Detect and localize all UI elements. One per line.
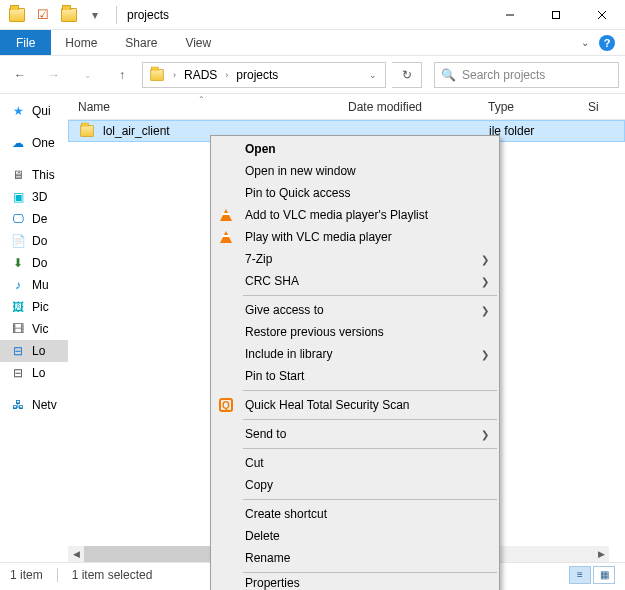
quickheal-icon: Q	[217, 396, 235, 414]
chevron-right-icon: ❯	[481, 305, 489, 316]
disk-icon: ⊟	[10, 343, 26, 359]
context-menu-item[interactable]: 7-Zip❯	[211, 248, 499, 270]
properties-qat-icon[interactable]: ☑	[32, 4, 54, 26]
title-bar: ☑ ▾ projects	[0, 0, 625, 30]
scroll-right-icon[interactable]: ▶	[593, 546, 609, 562]
details-view-button[interactable]: ≡	[569, 566, 591, 584]
context-menu-item[interactable]: Copy	[211, 474, 499, 496]
folder-qat-icon[interactable]	[58, 4, 80, 26]
selection-count: 1 item selected	[72, 568, 153, 582]
chevron-right-icon: ❯	[481, 349, 489, 360]
sidebar-item-local-disk[interactable]: ⊟Lo	[0, 362, 68, 384]
thumbnails-view-button[interactable]: ▦	[593, 566, 615, 584]
sidebar-item-quick-access[interactable]: ★Qui	[0, 100, 68, 122]
picture-icon: 🖼	[10, 299, 26, 315]
context-menu-item[interactable]: Open	[211, 138, 499, 160]
window-controls	[487, 0, 625, 30]
chevron-right-icon: ❯	[481, 254, 489, 265]
context-menu-item[interactable]: Restore previous versions	[211, 321, 499, 343]
search-input[interactable]: 🔍 Search projects	[434, 62, 619, 88]
context-menu-item[interactable]: Rename	[211, 547, 499, 569]
vlc-icon	[217, 206, 235, 224]
ribbon-tabs: File Home Share View ⌄ ?	[0, 30, 625, 56]
svg-rect-1	[553, 11, 560, 18]
window-title: projects	[121, 8, 169, 22]
tab-home[interactable]: Home	[51, 30, 111, 55]
close-button[interactable]	[579, 0, 625, 30]
file-tab[interactable]: File	[0, 30, 51, 55]
chevron-right-icon: ❯	[481, 429, 489, 440]
context-menu-item[interactable]: Send to❯	[211, 423, 499, 445]
maximize-button[interactable]	[533, 0, 579, 30]
scroll-left-icon[interactable]: ◀	[68, 546, 84, 562]
context-menu-item[interactable]: Pin to Start	[211, 365, 499, 387]
disk-icon: ⊟	[10, 365, 26, 381]
sidebar-item-onedrive[interactable]: ☁One	[0, 132, 68, 154]
sidebar-item-3d[interactable]: ▣3D	[0, 186, 68, 208]
folder-icon	[6, 4, 28, 26]
chevron-right-icon[interactable]: ›	[171, 70, 178, 80]
context-menu-item[interactable]: Delete	[211, 525, 499, 547]
cube-icon: ▣	[10, 189, 26, 205]
desktop-icon: 🖵	[10, 211, 26, 227]
ribbon-expand-icon[interactable]: ⌄	[581, 37, 589, 48]
recent-locations-button[interactable]: ⌄	[74, 61, 102, 89]
pc-icon: 🖥	[10, 167, 26, 183]
context-menu-item[interactable]: Open in new window	[211, 160, 499, 182]
context-menu-item[interactable]: Play with VLC media player	[211, 226, 499, 248]
context-menu-item[interactable]: Give access to❯	[211, 299, 499, 321]
sidebar-item-desktop[interactable]: 🖵De	[0, 208, 68, 230]
menu-separator	[243, 572, 497, 573]
item-count: 1 item	[10, 568, 43, 582]
sidebar-item-network[interactable]: 🖧Netv	[0, 394, 68, 416]
quick-access-toolbar: ☑ ▾	[0, 4, 112, 26]
up-button[interactable]: ↑	[108, 61, 136, 89]
context-menu-item[interactable]: Properties	[211, 576, 499, 590]
context-menu-item[interactable]: Cut	[211, 452, 499, 474]
vlc-icon	[217, 228, 235, 246]
context-menu-item[interactable]: Include in library❯	[211, 343, 499, 365]
tab-view[interactable]: View	[171, 30, 225, 55]
minimize-button[interactable]	[487, 0, 533, 30]
menu-separator	[243, 448, 497, 449]
menu-separator	[243, 499, 497, 500]
breadcrumb[interactable]: projects	[230, 63, 284, 87]
context-menu-item[interactable]: Add to VLC media player's Playlist	[211, 204, 499, 226]
file-name: lol_air_client	[103, 124, 170, 138]
video-icon: 🎞	[10, 321, 26, 337]
context-menu-item[interactable]: Pin to Quick access	[211, 182, 499, 204]
column-headers: Name ⌃ Date modified Type Si	[68, 94, 625, 120]
column-header-type[interactable]: Type	[478, 100, 578, 114]
address-bar[interactable]: › RADS › projects ⌄	[142, 62, 386, 88]
navigation-pane: ★Qui ☁One 🖥This ▣3D 🖵De 📄Do ⬇Do ♪Mu 🖼Pic…	[0, 94, 68, 562]
context-menu-item[interactable]: Create shortcut	[211, 503, 499, 525]
sidebar-item-documents[interactable]: 📄Do	[0, 230, 68, 252]
context-menu-item[interactable]: Quick Heal Total Security ScanQ	[211, 394, 499, 416]
sidebar-item-music[interactable]: ♪Mu	[0, 274, 68, 296]
context-menu: OpenOpen in new windowPin to Quick acces…	[210, 135, 500, 590]
sidebar-item-videos[interactable]: 🎞Vic	[0, 318, 68, 340]
sidebar-item-pictures[interactable]: 🖼Pic	[0, 296, 68, 318]
qat-customize-icon[interactable]: ▾	[84, 4, 106, 26]
chevron-right-icon[interactable]: ›	[223, 70, 230, 80]
context-menu-item[interactable]: CRC SHA❯	[211, 270, 499, 292]
search-icon: 🔍	[441, 68, 456, 82]
tab-share[interactable]: Share	[111, 30, 171, 55]
search-placeholder: Search projects	[462, 68, 545, 82]
forward-button[interactable]: →	[40, 61, 68, 89]
music-icon: ♪	[10, 277, 26, 293]
column-header-date[interactable]: Date modified	[338, 100, 478, 114]
menu-separator	[243, 419, 497, 420]
column-header-size[interactable]: Si	[578, 100, 625, 114]
sidebar-item-local-disk[interactable]: ⊟Lo	[0, 340, 68, 362]
address-dropdown-icon[interactable]: ⌄	[363, 63, 383, 87]
star-icon: ★	[10, 103, 26, 119]
sidebar-item-this-pc[interactable]: 🖥This	[0, 164, 68, 186]
network-icon: 🖧	[10, 397, 26, 413]
cloud-icon: ☁	[10, 135, 26, 151]
sidebar-item-downloads[interactable]: ⬇Do	[0, 252, 68, 274]
refresh-button[interactable]: ↻	[392, 62, 422, 88]
help-icon[interactable]: ?	[599, 35, 615, 51]
breadcrumb[interactable]: RADS	[178, 63, 223, 87]
back-button[interactable]: ←	[6, 61, 34, 89]
